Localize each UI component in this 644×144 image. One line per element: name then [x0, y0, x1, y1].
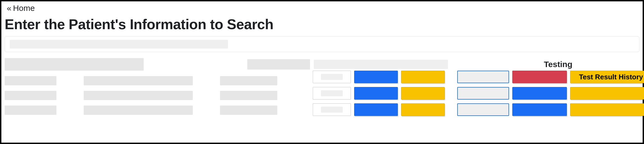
input-small[interactable]: [313, 103, 351, 116]
skeleton: [5, 91, 56, 100]
button-row: [313, 103, 449, 116]
testing-group: Testing Test Result History: [457, 58, 644, 120]
secondary-button[interactable]: [401, 103, 445, 116]
secondary-button[interactable]: [401, 71, 445, 83]
outline-button[interactable]: [457, 71, 509, 83]
primary-button[interactable]: [354, 71, 398, 83]
breadcrumb-home: Home: [13, 4, 35, 13]
testing-header: Testing: [457, 58, 644, 71]
skeleton: [5, 76, 56, 85]
skeleton: [220, 91, 277, 100]
search-input[interactable]: [5, 36, 639, 52]
input-small[interactable]: [313, 87, 351, 100]
skeleton: [84, 106, 193, 115]
secondary-button[interactable]: [401, 87, 445, 100]
test-result-history-button[interactable]: Test Result History: [570, 71, 644, 83]
content-columns: Testing Test Result History: [5, 58, 639, 120]
button-row: [313, 71, 449, 83]
breadcrumb[interactable]: « Home: [5, 4, 639, 13]
button-row: [457, 103, 644, 116]
info-row: [5, 91, 310, 100]
page-title: Enter the Patient's Information to Searc…: [5, 16, 639, 32]
skeleton: [247, 59, 310, 70]
search-placeholder-skeleton: [10, 40, 228, 49]
action-group-a: [313, 58, 449, 120]
button-row: [313, 87, 449, 100]
info-row: [5, 76, 310, 85]
skeleton: [84, 91, 193, 100]
outline-button[interactable]: [457, 103, 509, 116]
outline-button[interactable]: [457, 87, 509, 100]
patient-info-block: [5, 58, 310, 120]
primary-button[interactable]: [354, 87, 398, 100]
group-a-header-skeleton: [314, 60, 448, 69]
input-small[interactable]: [313, 71, 351, 83]
info-header-row: [5, 58, 310, 71]
skeleton: [220, 76, 277, 85]
app-frame: « Home Enter the Patient's Information t…: [0, 0, 644, 144]
primary-button[interactable]: [354, 103, 398, 116]
danger-button[interactable]: [512, 71, 567, 83]
skeleton: [5, 106, 56, 115]
skeleton: [5, 58, 144, 71]
button-row: [457, 87, 644, 100]
secondary-button[interactable]: [570, 103, 644, 116]
button-row: Test Result History: [457, 71, 644, 83]
info-row: [5, 106, 310, 115]
skeleton: [84, 76, 193, 85]
back-chevrons-icon: «: [7, 4, 11, 12]
secondary-button[interactable]: [570, 87, 644, 100]
primary-button[interactable]: [512, 87, 567, 100]
skeleton: [220, 106, 277, 115]
primary-button[interactable]: [512, 103, 567, 116]
